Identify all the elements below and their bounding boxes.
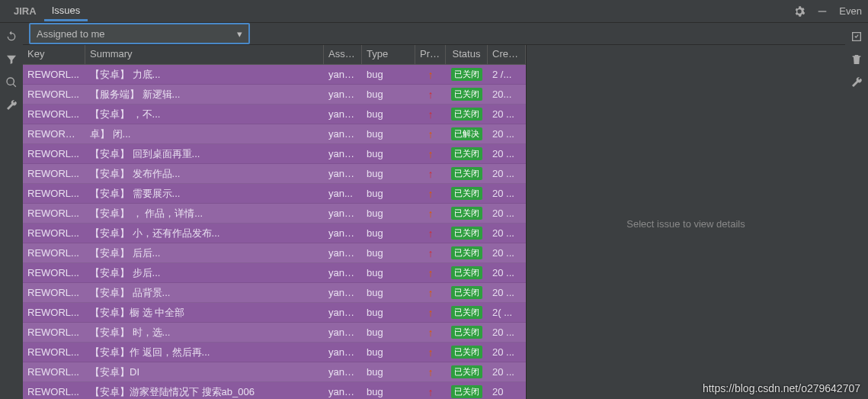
filter-dropdown[interactable]: Assigned to me ▾ (29, 23, 250, 44)
cell-type: bug (362, 227, 415, 239)
wrench-right-icon[interactable] (850, 76, 863, 88)
priority-arrow-icon: ↑ (428, 188, 434, 200)
table-row[interactable]: REWORL...【安卓】 力底...yang...bug↑已关闭2 /... (23, 65, 526, 85)
cell-key: REWORL... (23, 88, 85, 100)
cell-type: bug (362, 208, 415, 219)
table-row[interactable]: REWORLD-2288 卓】 闭...yang...bug↑已解决20 ... (23, 124, 526, 144)
cell-summary: 【安卓】 后后... (85, 246, 324, 260)
cell-priority: ↑ (415, 128, 446, 140)
tab-jira[interactable]: JIRA (6, 2, 44, 20)
check-icon[interactable] (850, 31, 863, 43)
cell-priority: ↑ (415, 227, 446, 240)
search-icon[interactable] (5, 76, 18, 88)
cell-created: 20 ... (488, 287, 526, 298)
table-body: REWORL...【安卓】 力底...yang...bug↑已关闭2 /...R… (23, 65, 526, 399)
table-row[interactable]: REWORL...【安卓】 品背景...yang...bug↑已关闭20 ... (23, 283, 526, 303)
table-row[interactable]: REWORL...【安卓】游家登陆情况下 搜索ab_006yang...bug↑… (23, 382, 526, 399)
cell-priority: ↑ (415, 267, 446, 279)
cell-priority: ↑ (415, 386, 446, 398)
col-type[interactable]: Type (362, 45, 415, 64)
filter-bar: Assigned to me ▾ (23, 23, 845, 44)
cell-assignee: yang... (324, 168, 362, 179)
table-row[interactable]: REWORL...【安卓】 后后...yang...bug↑已关闭20 ... (23, 243, 526, 263)
dropdown-label: Assigned to me (37, 28, 105, 40)
cell-summary: 【安卓】作 返回，然后再... (85, 346, 324, 359)
table-row[interactable]: REWORL...【安卓】 ， 作品，详情...yang...bug↑已关闭20… (23, 204, 526, 224)
col-summary[interactable]: Summary (85, 45, 324, 64)
cell-summary: 【安卓】 力底... (85, 68, 324, 82)
cell-created: 20... (488, 88, 526, 100)
tab-issues[interactable]: Issues (44, 2, 88, 21)
cell-priority: ↑ (415, 88, 446, 101)
gear-icon[interactable] (793, 5, 806, 18)
cell-assignee: yang... (324, 108, 362, 120)
cell-status: 已关闭 (446, 147, 488, 160)
table-row[interactable]: REWORL...【安卓】 需要展示...yan...bug↑已关闭20 ... (23, 184, 526, 204)
cell-type: bug (362, 69, 415, 80)
cell-created: 20 ... (488, 227, 526, 239)
cell-key: REWORL... (23, 148, 85, 159)
table-row[interactable]: REWORL...【安卓】 小，还有作品发布...yang...bug↑已关闭2… (23, 224, 526, 243)
cell-assignee: yang... (324, 128, 362, 140)
col-assignee[interactable]: Assig... (324, 45, 362, 64)
trash-icon[interactable] (850, 53, 863, 66)
cell-type: bug (362, 247, 415, 259)
cell-status: 已关闭 (446, 266, 488, 279)
table-row[interactable]: REWORL...【安卓】橱 选 中全部yang...bug↑已关闭2( ... (23, 303, 526, 323)
table-row[interactable]: REWORL...【安卓】 步后...yang...bug↑已关闭20 ... (23, 263, 526, 283)
cell-assignee: yang... (324, 148, 362, 159)
col-created[interactable]: Creat... (488, 45, 526, 64)
minimize-icon[interactable] (816, 5, 828, 18)
cell-key: REWORL... (23, 287, 85, 298)
cell-key: REWORL... (23, 327, 85, 338)
table-header: Key Summary Assig... Type Prior... Statu… (23, 45, 526, 65)
cell-assignee: yang... (324, 346, 362, 358)
priority-arrow-icon: ↑ (428, 386, 434, 398)
refresh-icon[interactable] (5, 31, 18, 43)
table-row[interactable]: REWORL...【安卓】作 返回，然后再...yang...bug↑已关闭20… (23, 343, 526, 362)
table-row[interactable]: REWORL...【服务端】 新逻辑...yang...bug↑已关闭20... (23, 85, 526, 105)
cell-summary: 【安卓】DI (85, 365, 324, 379)
cell-status: 已关闭 (446, 68, 488, 81)
priority-arrow-icon: ↑ (428, 128, 434, 140)
wrench-icon[interactable] (5, 99, 18, 111)
details-pane: Select issue to view details (526, 45, 845, 399)
col-status[interactable]: Status (446, 45, 488, 64)
cell-assignee: yang... (324, 88, 362, 100)
cell-assignee: yan... (324, 188, 362, 199)
table-row[interactable]: REWORL...【安卓】 时，选...yang...bug↑已关闭20 ... (23, 323, 526, 343)
issues-table: Key Summary Assig... Type Prior... Statu… (23, 45, 526, 399)
cell-summary: 【安卓】 发布作品... (85, 167, 324, 181)
cell-key: REWORL... (23, 208, 85, 219)
cell-key: REWORL... (23, 366, 85, 378)
priority-arrow-icon: ↑ (428, 69, 434, 81)
cell-priority: ↑ (415, 366, 446, 378)
cell-status: 已关闭 (446, 326, 488, 339)
cell-priority: ↑ (415, 148, 446, 160)
status-badge: 已关闭 (451, 365, 482, 378)
priority-arrow-icon: ↑ (428, 108, 434, 121)
status-badge: 已关闭 (451, 108, 482, 121)
col-key[interactable]: Key (23, 45, 85, 64)
cell-assignee: yang... (324, 208, 362, 219)
table-row[interactable]: REWORL...【安卓】 ，不...yang...bug↑已关闭20 ... (23, 105, 526, 124)
col-priority[interactable]: Prior... (415, 45, 446, 64)
cell-summary: 卓】 闭... (85, 127, 324, 141)
filter-icon[interactable] (5, 53, 18, 66)
cell-assignee: yang... (324, 287, 362, 298)
status-badge: 已关闭 (451, 286, 482, 299)
cell-key: REWORL... (23, 227, 85, 239)
table-row[interactable]: REWORL...【安卓】DI yang...bug↑已关闭20 ... (23, 362, 526, 382)
table-row[interactable]: REWORL...【安卓】 发布作品...yang... bug↑已关闭20 .… (23, 164, 526, 184)
cell-priority: ↑ (415, 168, 446, 180)
priority-arrow-icon: ↑ (428, 247, 434, 259)
cell-type: bug (362, 386, 415, 397)
cell-key: REWORL... (23, 307, 85, 318)
cell-key: REWORL... (23, 386, 85, 397)
cell-assignee: yang... (324, 386, 362, 397)
right-toolbar (845, 23, 868, 399)
cell-created: 20 ... (488, 267, 526, 278)
cell-type: bug (362, 346, 415, 358)
table-row[interactable]: REWORL...【安卓】 回到桌面再重...yang...bug↑已关闭20 … (23, 144, 526, 164)
priority-arrow-icon: ↑ (428, 267, 434, 279)
